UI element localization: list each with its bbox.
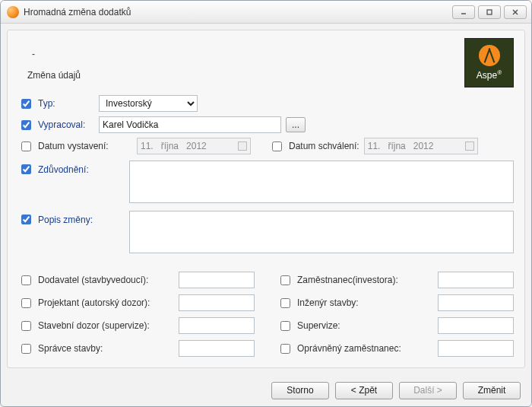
role-dodavatel-label: Dodavatel (stavbyvedoucí): xyxy=(38,275,148,285)
role-projektant-label: Projektant (autorský dozor): xyxy=(38,297,150,308)
zduvodneni-label-wrap: Zdůvodnění: xyxy=(18,161,125,176)
datum-vystaveni-label: Datum vystavení: xyxy=(38,141,109,151)
maximize-button[interactable] xyxy=(478,5,501,19)
logo-icon xyxy=(479,45,500,66)
role-stavebni-dozor-checkbox[interactable] xyxy=(21,321,31,331)
role-zamestnanec-input[interactable] xyxy=(438,272,514,288)
vypracoval-input[interactable] xyxy=(99,116,281,133)
role-projektant-checkbox[interactable] xyxy=(21,298,31,308)
vypracoval-checkbox[interactable] xyxy=(21,120,31,130)
role-dodavatel-input[interactable] xyxy=(179,272,255,288)
window-controls xyxy=(452,5,527,19)
minimize-button[interactable] xyxy=(452,5,475,19)
role-stavebni-dozor-label: Stavební dozor (supervize): xyxy=(38,320,150,331)
popis-label-wrap: Popis změny: xyxy=(18,211,125,227)
role-zamestnanec-checkbox[interactable] xyxy=(280,275,290,285)
role-opravneny-label: Oprávněný zaměstnanec: xyxy=(297,343,401,354)
typ-label: Typ: xyxy=(38,98,55,109)
row-dates: Datum vystavení: 11. října 2012 Datum sc… xyxy=(18,138,514,154)
close-button[interactable] xyxy=(504,5,527,19)
role-opravneny: Oprávněný zaměstnanec: xyxy=(277,340,514,357)
zduvodneni-checkbox[interactable] xyxy=(21,164,31,174)
vypracoval-label-wrap: Vypracoval: xyxy=(18,118,94,132)
role-spravce: Správce stavby: xyxy=(18,340,255,357)
titlebar: Hromadná změna dodatků xyxy=(1,1,531,24)
role-projektant: Projektant (autorský dozor): xyxy=(18,294,255,311)
datum-vystaveni-picker[interactable]: 11. října 2012 xyxy=(137,138,251,154)
footer: Storno < Zpět Další > Změnit xyxy=(1,374,531,406)
typ-select[interactable]: Investorský xyxy=(99,95,198,112)
roles-grid: Dodavatel (stavbyvedoucí): Zaměstnanec(i… xyxy=(18,272,514,357)
next-button[interactable]: Další > xyxy=(399,382,457,399)
role-supervize-checkbox[interactable] xyxy=(280,321,290,331)
header-left: - Změna údajů xyxy=(18,38,464,81)
zduvodneni-label: Zdůvodnění: xyxy=(38,164,89,175)
row-popis: Popis změny: xyxy=(18,211,514,253)
datum-schvaleni-picker[interactable]: 11. října 2012 xyxy=(364,138,478,154)
role-opravneny-checkbox[interactable] xyxy=(280,344,290,354)
role-supervize-label: Supervize: xyxy=(297,320,340,331)
zduvodneni-textarea[interactable] xyxy=(129,161,514,203)
content-panel: - Změna údajů Aspe® Typ: Investorský Vyp… xyxy=(7,30,525,368)
role-stavebni-dozor-input[interactable] xyxy=(179,317,255,334)
popis-textarea[interactable] xyxy=(129,211,514,253)
role-zamestnanec: Zaměstnanec(investora): xyxy=(277,272,514,288)
role-inzenyr-checkbox[interactable] xyxy=(280,298,290,308)
role-dodavatel: Dodavatel (stavbyvedoucí): xyxy=(18,272,255,288)
header-dash: - xyxy=(32,49,464,59)
datum-schvaleni-label: Datum schválení: xyxy=(289,141,359,151)
header-row: - Změna údajů Aspe® xyxy=(18,38,514,87)
role-supervize: Supervize: xyxy=(277,317,514,334)
role-supervize-input[interactable] xyxy=(438,317,514,334)
typ-checkbox[interactable] xyxy=(21,99,31,109)
vypracoval-label: Vypracoval: xyxy=(38,119,85,130)
header-subtitle: Změna údajů xyxy=(27,70,464,81)
role-inzenyr-input[interactable] xyxy=(438,294,514,311)
role-stavebni-dozor: Stavební dozor (supervize): xyxy=(18,317,255,334)
back-button[interactable]: < Zpět xyxy=(335,382,393,399)
datum-schvaleni-checkbox[interactable] xyxy=(272,141,282,151)
storno-button[interactable]: Storno xyxy=(271,382,329,399)
role-dodavatel-checkbox[interactable] xyxy=(21,275,31,285)
app-icon xyxy=(7,6,19,18)
row-typ: Typ: Investorský xyxy=(18,95,514,112)
popis-checkbox[interactable] xyxy=(21,215,31,224)
role-spravce-input[interactable] xyxy=(179,340,255,357)
role-spravce-checkbox[interactable] xyxy=(21,344,31,354)
popis-label: Popis změny: xyxy=(38,215,93,225)
role-zamestnanec-label: Zaměstnanec(investora): xyxy=(297,275,398,285)
brand-logo: Aspe® xyxy=(464,38,514,87)
datum-vystaveni-label-wrap: Datum vystavení: xyxy=(18,139,132,154)
row-zduvodneni: Zdůvodnění: xyxy=(18,161,514,203)
change-button[interactable]: Změnit xyxy=(463,382,521,399)
logo-text: Aspe® xyxy=(477,69,502,81)
window: Hromadná změna dodatků - Změna údajů Asp… xyxy=(0,0,532,407)
role-projektant-input[interactable] xyxy=(179,294,255,311)
svg-rect-1 xyxy=(487,10,492,14)
chevron-down-icon xyxy=(238,141,247,151)
window-title: Hromadná změna dodatků xyxy=(24,7,452,17)
role-inzenyr-label: Inženýr stavby: xyxy=(297,297,359,308)
chevron-down-icon xyxy=(465,141,474,151)
row-vypracoval: Vypracoval: ... xyxy=(18,116,514,133)
role-opravneny-input[interactable] xyxy=(438,340,514,357)
vypracoval-browse-button[interactable]: ... xyxy=(286,117,306,132)
datum-vystaveni-checkbox[interactable] xyxy=(21,141,31,151)
typ-label-wrap: Typ: xyxy=(18,97,94,111)
role-inzenyr: Inženýr stavby: xyxy=(277,294,514,311)
role-spravce-label: Správce stavby: xyxy=(38,343,103,354)
